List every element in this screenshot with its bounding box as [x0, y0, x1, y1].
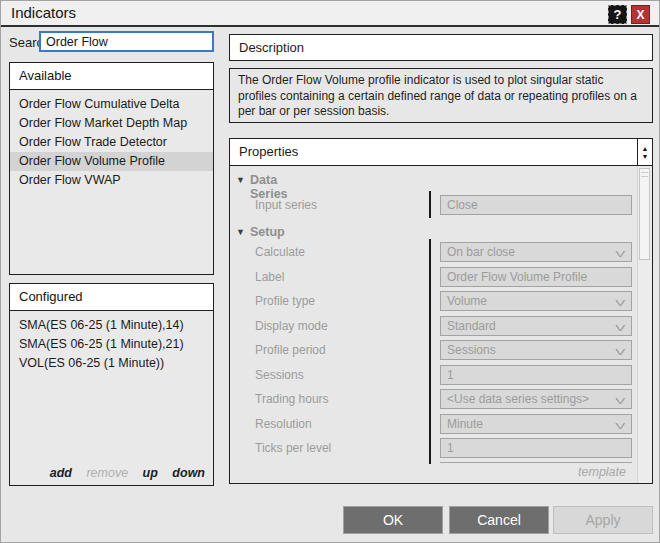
chevron-down-icon: V [616, 418, 626, 433]
indicators-dialog: Indicators ? X Search Available Order Fl… [0, 0, 660, 543]
search-input[interactable] [39, 31, 214, 52]
list-item[interactable]: SMA(ES 06-25 (1 Minute),21) [10, 335, 213, 354]
list-item-selected[interactable]: Order Flow Volume Profile [10, 152, 213, 171]
scrollbar-grip [641, 172, 648, 177]
chevron-down-icon: V [616, 393, 626, 408]
property-label: Resolution [255, 414, 312, 434]
properties-panel: Properties ▲ ▼ ▼ Data Series Input serie… [229, 138, 653, 484]
chevron-down-icon: V [616, 320, 626, 335]
list-item[interactable]: Order Flow Cumulative Delta [10, 95, 213, 114]
description-text: The Order Flow Volume profile indicator … [229, 68, 653, 123]
apply-button: Apply [553, 506, 653, 534]
ticks-per-level-field[interactable]: 1 [440, 438, 632, 458]
available-panel: Available Order Flow Cumulative Delta Or… [9, 62, 214, 275]
property-label: Label [255, 267, 284, 287]
configured-list: SMA(ES 06-25 (1 Minute),14) SMA(ES 06-25… [10, 311, 213, 373]
help-button[interactable]: ? [608, 5, 627, 24]
collapse-arrow-icon[interactable]: ▼ [236, 175, 245, 185]
resolution-select[interactable]: MinuteV [440, 414, 632, 434]
display-mode-select[interactable]: StandardV [440, 316, 632, 336]
configured-actions: add remove up down [39, 466, 205, 480]
available-header: Available [10, 63, 213, 90]
property-label: Profile period [255, 340, 326, 360]
title-bar[interactable]: Indicators ? X [1, 1, 659, 27]
property-label: Input series [255, 195, 317, 215]
scroll-up-icon[interactable]: ▲ [642, 145, 649, 152]
trading-hours-select[interactable]: <Use data series settings>V [440, 389, 632, 409]
properties-header: Properties ▲ ▼ [230, 139, 652, 166]
chevron-down-icon: V [616, 344, 626, 359]
collapse-arrow-icon[interactable]: ▼ [236, 227, 245, 237]
chevron-down-icon: V [616, 295, 626, 310]
property-label: Trading hours [255, 389, 329, 409]
property-label: Display mode [255, 316, 328, 336]
profile-type-select[interactable]: VolumeV [440, 291, 632, 311]
scroll-down-icon[interactable]: ▼ [642, 153, 649, 160]
list-item[interactable]: Order Flow VWAP [10, 171, 213, 190]
list-item[interactable]: VOL(ES 06-25 (1 Minute)) [10, 354, 213, 373]
available-list: Order Flow Cumulative Delta Order Flow M… [10, 90, 213, 190]
chevron-down-icon: V [616, 246, 626, 261]
description-header: Description [229, 34, 653, 61]
list-item[interactable]: Order Flow Market Depth Map [10, 114, 213, 133]
list-item[interactable]: Order Flow Trade Detector [10, 133, 213, 152]
window-title: Indicators [11, 4, 76, 21]
remove-link: remove [86, 466, 128, 480]
configured-header: Configured [10, 284, 213, 311]
configured-panel: Configured SMA(ES 06-25 (1 Minute),14) S… [9, 283, 214, 486]
up-link[interactable]: up [143, 466, 158, 480]
property-label: Profile type [255, 291, 315, 311]
template-link[interactable]: template [578, 465, 626, 479]
help-icon: ? [614, 7, 622, 22]
down-link[interactable]: down [172, 466, 205, 480]
sessions-field[interactable]: 1 [440, 365, 632, 385]
add-link[interactable]: add [50, 466, 72, 480]
label-field[interactable]: Order Flow Volume Profile [440, 267, 632, 287]
calculate-select[interactable]: On bar closeV [440, 242, 632, 262]
close-icon: X [636, 8, 644, 22]
ok-button[interactable]: OK [343, 506, 443, 534]
cancel-button[interactable]: Cancel [449, 506, 549, 534]
property-label: Calculate [255, 242, 305, 262]
property-label: Ticks per level [255, 438, 331, 458]
input-series-field[interactable]: Close [440, 195, 632, 215]
close-button[interactable]: X [631, 5, 650, 24]
scroll-arrows[interactable]: ▲ ▼ [637, 139, 652, 165]
profile-period-select[interactable]: SessionsV [440, 340, 632, 360]
property-label: Sessions [255, 365, 304, 385]
list-item[interactable]: SMA(ES 06-25 (1 Minute),14) [10, 316, 213, 335]
